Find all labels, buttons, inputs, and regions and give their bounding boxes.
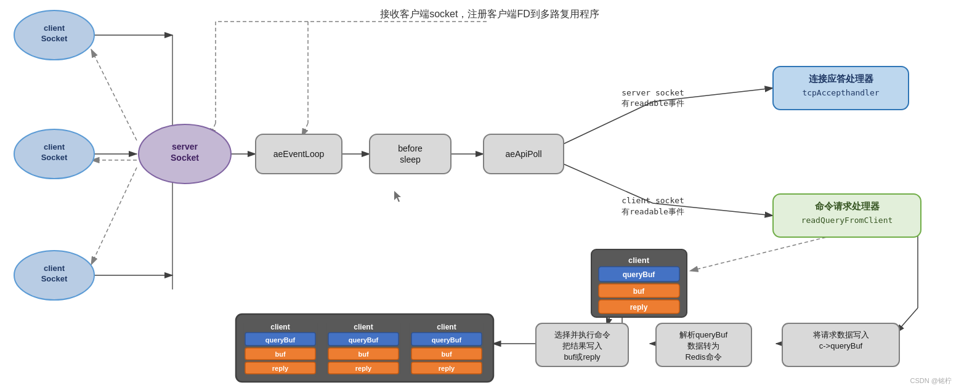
- svg-text:readQueryFromClient: readQueryFromClient: [801, 216, 893, 225]
- svg-text:client: client: [437, 323, 456, 331]
- diagram-svg: 接收客户端socket，注册客户端FD到多路复用程序 clie: [0, 0, 980, 388]
- svg-text:buf: buf: [275, 350, 285, 358]
- svg-text:queryBuf: queryBuf: [432, 336, 462, 344]
- svg-text:reply: reply: [439, 365, 455, 372]
- svg-text:client: client: [44, 23, 65, 33]
- svg-text:buf或reply: buf或reply: [564, 352, 601, 362]
- svg-text:buf: buf: [633, 287, 646, 296]
- svg-text:reply: reply: [355, 365, 372, 372]
- svg-text:sleep: sleep: [400, 155, 421, 164]
- svg-text:server: server: [172, 142, 198, 152]
- svg-text:把结果写入: 把结果写入: [562, 341, 602, 350]
- svg-text:buf: buf: [441, 350, 452, 358]
- cursor: [394, 191, 401, 202]
- svg-text:client: client: [628, 256, 650, 265]
- svg-text:queryBuf: queryBuf: [265, 336, 296, 344]
- svg-text:queryBuf: queryBuf: [623, 270, 656, 279]
- svg-text:tcpAccepthandler: tcpAccepthandler: [802, 88, 879, 97]
- svg-text:queryBuf: queryBuf: [349, 336, 379, 344]
- svg-text:reply: reply: [630, 303, 648, 312]
- watermark: CSDN @铭柠: [910, 377, 952, 384]
- svg-text:连接应答处理器: 连接应答处理器: [809, 73, 874, 84]
- svg-text:选择并执行命令: 选择并执行命令: [554, 330, 610, 339]
- diagram-container: 接收客户端socket，注册客户端FD到多路复用程序 clie: [0, 0, 980, 388]
- svg-text:有readable事件: 有readable事件: [622, 99, 684, 108]
- svg-text:Socket: Socket: [41, 274, 68, 283]
- svg-text:client socket: client socket: [622, 196, 684, 205]
- svg-text:buf: buf: [358, 350, 368, 358]
- svg-text:client: client: [44, 142, 65, 152]
- svg-text:client: client: [354, 323, 373, 331]
- svg-text:reply: reply: [272, 365, 289, 372]
- svg-text:将请求数据写入: 将请求数据写入: [812, 330, 869, 339]
- before-sleep: [370, 134, 451, 174]
- svg-text:aeApiPoll: aeApiPoll: [505, 149, 541, 159]
- svg-text:Socket: Socket: [41, 153, 68, 162]
- svg-text:有readable事件: 有readable事件: [622, 207, 684, 216]
- top-label: 接收客户端socket，注册客户端FD到多路复用程序: [380, 9, 599, 19]
- svg-text:解析queryBuf: 解析queryBuf: [679, 330, 727, 339]
- svg-text:c->queryBuf: c->queryBuf: [819, 341, 863, 350]
- svg-text:Socket: Socket: [41, 34, 68, 43]
- svg-text:before: before: [398, 143, 423, 153]
- svg-line-13: [562, 102, 653, 145]
- svg-text:Redis命令: Redis命令: [685, 352, 721, 362]
- svg-text:server socket: server socket: [622, 88, 684, 97]
- svg-text:aeEventLoop: aeEventLoop: [273, 149, 325, 159]
- svg-text:Socket: Socket: [171, 153, 199, 163]
- svg-line-9: [91, 168, 137, 265]
- svg-text:client: client: [270, 323, 290, 331]
- svg-line-7: [91, 49, 137, 140]
- svg-line-28: [690, 233, 844, 271]
- svg-text:client: client: [44, 264, 65, 273]
- svg-text:命令请求处理器: 命令请求处理器: [815, 201, 880, 211]
- svg-text:数据转为: 数据转为: [687, 341, 719, 350]
